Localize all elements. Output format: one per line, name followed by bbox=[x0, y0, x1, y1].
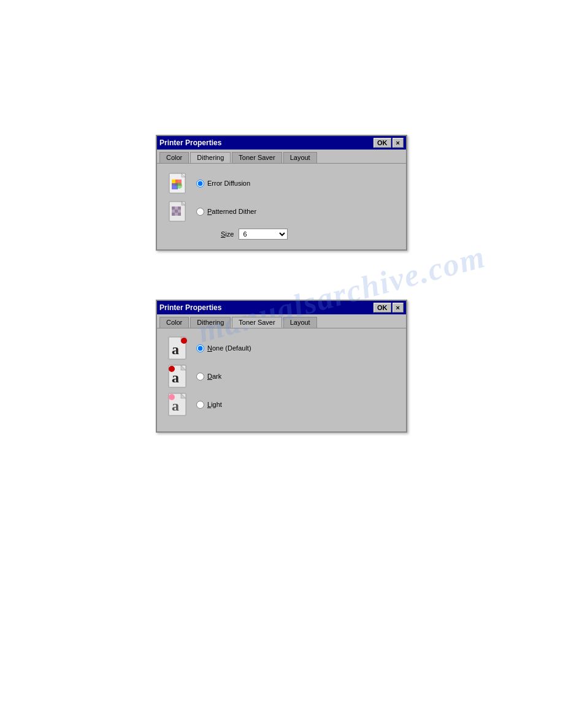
option-row-dark: a Dark bbox=[167, 365, 396, 387]
patterned-text: Patterned Dither bbox=[207, 208, 256, 215]
ok-button-1[interactable]: OK bbox=[373, 138, 391, 148]
label-error-diffusion[interactable]: Error Diffusion bbox=[196, 180, 250, 188]
label-patterned[interactable]: Patterned Dither bbox=[196, 208, 256, 216]
size-select[interactable]: 6 4 8 bbox=[239, 229, 288, 240]
dialog-dithering: Printer Properties OK × Color Dithering … bbox=[156, 135, 407, 251]
radio-error-diffusion[interactable] bbox=[196, 180, 204, 188]
tab-layout-2[interactable]: Layout bbox=[283, 317, 317, 328]
pattern-doc-icon bbox=[167, 200, 189, 222]
none-text: None (Default) bbox=[207, 344, 251, 352]
svg-point-25 bbox=[169, 366, 175, 372]
toner-dark-icon: a bbox=[167, 364, 189, 389]
color-doc-icon bbox=[167, 172, 189, 194]
option-row-light: a Light bbox=[167, 393, 396, 415]
titlebar-1: Printer Properties OK × bbox=[157, 136, 406, 150]
icon-toner-light: a bbox=[167, 393, 189, 415]
toner-none-icon: a bbox=[167, 336, 189, 360]
close-button-2[interactable]: × bbox=[393, 303, 404, 313]
option-row-patterned: Patterned Dither bbox=[167, 200, 396, 222]
size-row: Size 6 4 8 bbox=[221, 229, 396, 240]
tabs-bar-1: Color Dithering Toner Saver Layout bbox=[157, 150, 406, 164]
icon-patterned bbox=[167, 200, 189, 222]
tab-toner-2[interactable]: Toner Saver bbox=[232, 317, 282, 328]
radio-light[interactable] bbox=[196, 401, 204, 409]
dialog-title-1: Printer Properties bbox=[159, 138, 221, 147]
svg-point-21 bbox=[181, 338, 187, 344]
radio-patterned[interactable] bbox=[196, 208, 204, 216]
tab-layout-1[interactable]: Layout bbox=[283, 152, 317, 163]
ok-button-2[interactable]: OK bbox=[373, 303, 391, 313]
tab-color-1[interactable]: Color bbox=[159, 152, 189, 163]
close-button-1[interactable]: × bbox=[393, 138, 404, 148]
tab-toner-1[interactable]: Toner Saver bbox=[232, 152, 282, 163]
svg-point-5 bbox=[176, 183, 182, 189]
svg-point-29 bbox=[169, 394, 175, 400]
tab-dithering-2[interactable]: Dithering bbox=[190, 317, 231, 328]
radio-dark[interactable] bbox=[196, 373, 204, 381]
label-light[interactable]: Light bbox=[196, 401, 222, 409]
svg-text:a: a bbox=[172, 341, 179, 357]
tab-color-2[interactable]: Color bbox=[159, 317, 189, 328]
toner-light-icon: a bbox=[167, 392, 189, 417]
svg-text:a: a bbox=[172, 398, 179, 414]
radio-none[interactable] bbox=[196, 344, 204, 352]
titlebar-buttons-1: OK × bbox=[373, 138, 404, 148]
titlebar-buttons-2: OK × bbox=[373, 303, 404, 313]
tabs-bar-2: Color Dithering Toner Saver Layout bbox=[157, 314, 406, 328]
dialog-toner-saver: Printer Properties OK × Color Dithering … bbox=[156, 300, 407, 433]
size-label: Size bbox=[221, 230, 234, 238]
option-row-none: a None (Default) bbox=[167, 337, 396, 359]
svg-text:a: a bbox=[172, 370, 179, 385]
svg-rect-17 bbox=[172, 207, 181, 216]
icon-toner-dark: a bbox=[167, 365, 189, 387]
tab-dithering-1[interactable]: Dithering bbox=[190, 152, 231, 163]
titlebar-2: Printer Properties OK × bbox=[157, 301, 406, 314]
dialog-content-2: a None (Default) a bbox=[157, 328, 406, 431]
dialog-title-2: Printer Properties bbox=[159, 303, 221, 312]
light-text: Light bbox=[207, 401, 222, 408]
option-row-error-diffusion: Error Diffusion bbox=[167, 172, 396, 194]
icon-error-diffusion bbox=[167, 172, 189, 194]
dialog-content-1: Error Diffusion bbox=[157, 164, 406, 249]
error-diffusion-text: Error Diffusion bbox=[207, 180, 250, 187]
icon-toner-none: a bbox=[167, 337, 189, 359]
label-none[interactable]: None (Default) bbox=[196, 344, 251, 352]
label-dark[interactable]: Dark bbox=[196, 373, 221, 381]
page-container: Printer Properties OK × Color Dithering … bbox=[0, 0, 563, 433]
dark-text: Dark bbox=[207, 373, 221, 380]
